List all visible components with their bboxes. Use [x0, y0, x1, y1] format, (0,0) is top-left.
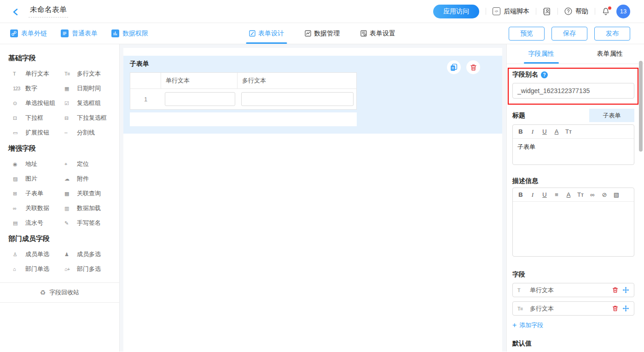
field-type-item[interactable]: ⊙ 单选按钮组 — [13, 96, 64, 111]
field-type-item[interactable]: ⊞ 子表单 — [13, 186, 64, 201]
field-type-icon: ▭ — [13, 130, 22, 136]
subform-field-label: 单行文本 — [530, 286, 554, 294]
format-button[interactable]: B — [515, 191, 527, 198]
form-sheet[interactable]: 子表单 单行文本 多行文本 — [123, 48, 502, 352]
subform-field-row[interactable]: T≡ 多行文本 — [512, 301, 634, 316]
format-button[interactable]: Tт — [574, 191, 586, 198]
help-label: 帮助 — [575, 7, 588, 16]
field-type-item[interactable]: ◉ 地址 — [13, 157, 64, 171]
field-type-item[interactable]: 123 数字 — [13, 81, 64, 96]
tab-form-design[interactable]: 表单设计 — [249, 23, 284, 44]
field-palette-sidebar: 基础字段 T 单行文本 T≡ 多行文本 123 数字 ▦ — [0, 44, 120, 352]
field-type-item[interactable]: ♙ 成员单选 — [13, 247, 64, 262]
format-button[interactable]: A — [563, 191, 574, 198]
delete-field-button[interactable] — [612, 287, 619, 293]
form-settings-icon — [360, 30, 367, 37]
normal-form-button[interactable]: 普通表单 — [61, 29, 98, 38]
subform-widget-selected[interactable]: 子表单 单行文本 多行文本 — [123, 56, 502, 134]
field-type-item[interactable]: ▤ 流水号 — [13, 216, 64, 230]
preview-button[interactable]: 预览 — [509, 27, 545, 41]
move-field-handle[interactable] — [622, 287, 629, 293]
tab-form-settings[interactable]: 表单设置 — [360, 23, 395, 44]
field-type-icon: ⌖ — [64, 161, 73, 167]
form-title[interactable]: 未命名表单 — [29, 5, 68, 18]
tab-field-properties[interactable]: 字段属性 — [507, 44, 575, 64]
format-button[interactable]: U — [539, 128, 551, 135]
description-editor-content[interactable] — [513, 202, 634, 256]
copy-widget-button[interactable] — [447, 60, 461, 74]
format-button[interactable]: ▧ — [610, 191, 622, 198]
plus-icon: + — [512, 322, 516, 329]
add-field-label: 添加字段 — [519, 321, 543, 329]
notifications-button[interactable] — [602, 7, 610, 16]
field-type-item[interactable]: ☁ 附件 — [64, 171, 114, 186]
format-button[interactable]: I — [527, 191, 539, 199]
add-field-button[interactable]: + 添加字段 — [512, 321, 634, 329]
subform-single-line-input[interactable] — [165, 92, 235, 106]
form-external-link-label: 表单外链 — [21, 29, 47, 38]
field-type-item[interactable]: T 单行文本 — [13, 66, 64, 81]
code-icon: ‹/› — [493, 7, 500, 15]
delete-field-button[interactable] — [612, 305, 619, 312]
format-button[interactable]: ⊘ — [598, 191, 610, 198]
back-button[interactable] — [12, 8, 19, 16]
field-type-item[interactable]: ▭ 扩展按钮 — [13, 125, 64, 140]
subform-multi-line-input[interactable] — [241, 92, 354, 106]
app-access-button[interactable]: 应用访问 — [433, 5, 479, 18]
field-type-label: 多行文本 — [77, 70, 101, 78]
tab-data-management[interactable]: 数据管理 — [304, 23, 340, 44]
format-button[interactable]: I — [527, 128, 539, 135]
field-type-item[interactable]: ╌ 分割线 — [64, 125, 114, 140]
field-recycle-bin-button[interactable]: ♻ 字段回收站 — [0, 282, 119, 303]
field-type-item[interactable]: ⌂ 部门单选 — [13, 262, 64, 276]
fields-label: 字段 — [512, 270, 634, 279]
move-field-handle[interactable] — [622, 305, 629, 312]
backend-script-button[interactable]: ‹/› 后端脚本 — [493, 7, 529, 16]
delete-widget-button[interactable] — [466, 60, 480, 74]
field-type-item[interactable]: ∞ 关联数据 — [13, 201, 64, 216]
field-type-item[interactable]: ✎ 手写签名 — [64, 216, 114, 230]
subform-field-row[interactable]: T 单行文本 — [512, 283, 634, 297]
section-title-enhanced-fields: 增强字段 — [0, 140, 119, 157]
user-avatar[interactable]: 13 — [616, 5, 630, 18]
field-type-icon: ♙ — [13, 252, 22, 258]
properties-panel: 字段属性 表单属性 字段别名 ? 标题 子表单 BIUATт 子表单 描述信息 — [506, 44, 644, 352]
field-type-item[interactable]: ⌂+ 部门多选 — [64, 262, 114, 276]
save-button[interactable]: 保存 — [551, 27, 587, 41]
title-editor-content[interactable]: 子表单 — [513, 139, 634, 164]
question-icon — [564, 7, 572, 15]
field-type-item[interactable]: ▩ 关联查询 — [64, 186, 114, 201]
field-type-item[interactable]: T≡ 多行文本 — [64, 66, 114, 81]
data-permission-button[interactable]: 数据权限 — [111, 29, 148, 38]
field-type-label: 数字 — [25, 84, 37, 93]
help-button[interactable]: 帮助 — [564, 7, 588, 16]
field-type-item[interactable]: ☑ 复选框组 — [64, 96, 114, 111]
publish-button[interactable]: 发布 — [594, 27, 630, 41]
contacts-button[interactable] — [543, 7, 551, 16]
field-alias-input[interactable] — [512, 83, 634, 99]
format-button[interactable]: U — [539, 191, 551, 198]
tab-form-properties[interactable]: 表单属性 — [575, 44, 644, 64]
format-button[interactable]: A — [551, 128, 563, 135]
field-type-item[interactable]: ▨ 图片 — [13, 171, 64, 186]
format-button[interactable]: ∞ — [586, 191, 598, 198]
field-type-item[interactable]: ▥ 数据加载 — [64, 201, 114, 216]
section-title-basic-fields: 基础字段 — [0, 50, 119, 66]
field-type-item[interactable]: ▦ 日期时间 — [64, 81, 114, 96]
title-rich-editor: BIUATт 子表单 — [512, 124, 634, 165]
field-type-item[interactable]: ♟ 成员多选 — [64, 247, 114, 262]
field-type-item[interactable]: ⊟ 下拉复选框 — [64, 111, 114, 125]
alias-help-icon[interactable]: ? — [541, 71, 548, 78]
field-type-item[interactable]: ⌖ 定位 — [64, 157, 114, 171]
format-button[interactable]: ≡ — [551, 191, 563, 198]
subform-footer-strip — [130, 112, 357, 126]
form-canvas-area: 子表单 单行文本 多行文本 — [120, 44, 506, 352]
field-type-icon: ◉ — [13, 161, 22, 167]
form-external-link-button[interactable]: 表单外链 — [10, 29, 47, 38]
field-type-label: 单行文本 — [25, 70, 49, 78]
field-type-item[interactable]: ⊡ 下拉框 — [13, 111, 64, 125]
format-button[interactable]: Tт — [563, 128, 574, 135]
panel-scrollbar[interactable] — [639, 61, 643, 152]
format-button[interactable]: B — [515, 128, 527, 135]
normal-form-label: 普通表单 — [72, 29, 98, 38]
